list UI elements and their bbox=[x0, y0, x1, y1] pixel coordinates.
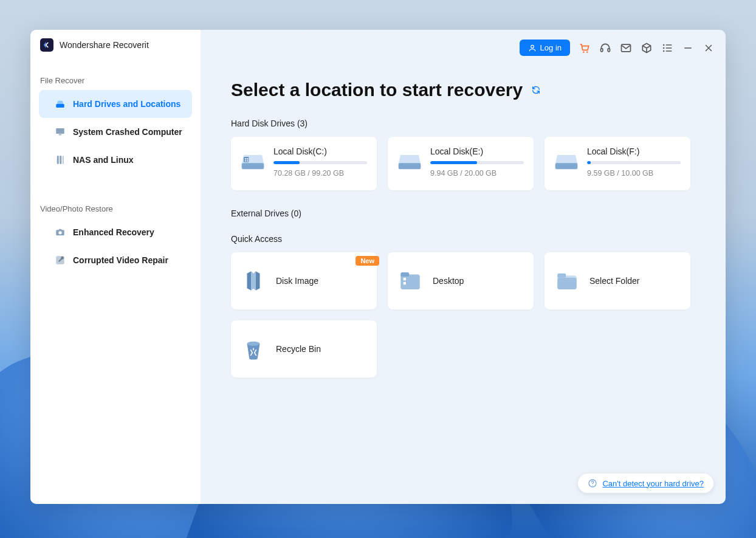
sidebar-item-label: Enhanced Recovery bbox=[73, 227, 154, 237]
quick-access-label: Desktop bbox=[433, 276, 464, 286]
monitor-icon bbox=[55, 126, 66, 137]
drive-icon bbox=[397, 151, 422, 171]
app-logo-icon bbox=[40, 38, 53, 52]
svg-point-12 bbox=[586, 51, 588, 53]
drive-card-f[interactable]: Local Disk(F:) 9.59 GB / 10.00 GB bbox=[545, 137, 690, 190]
quick-access-label: Quick Access bbox=[231, 234, 695, 244]
svg-rect-5 bbox=[63, 156, 64, 164]
sidebar-category-video-restore: Video/Photo Restore bbox=[30, 198, 201, 218]
sidebar-item-system-crashed[interactable]: System Crashed Computer bbox=[39, 118, 192, 146]
quick-access-grid: New Disk Image Desktop Select Folder bbox=[231, 252, 695, 378]
drive-usage-bar bbox=[273, 161, 367, 164]
mail-icon[interactable] bbox=[620, 42, 632, 54]
sidebar-item-hard-drives[interactable]: Hard Drives and Locations bbox=[39, 90, 192, 118]
server-icon bbox=[55, 154, 66, 165]
main-panel: Log in Select a bbox=[201, 30, 726, 504]
drive-card-c[interactable]: Local Disk(C:) 70.28 GB / 99.20 GB bbox=[231, 137, 377, 190]
hdd-section-label: Hard Disk Drives (3) bbox=[231, 119, 695, 128]
new-badge: New bbox=[356, 256, 379, 266]
help-link-text[interactable]: Can't detect your hard drive? bbox=[602, 479, 704, 488]
svg-rect-19 bbox=[242, 163, 264, 169]
help-icon bbox=[588, 478, 597, 488]
svg-rect-2 bbox=[59, 134, 62, 136]
drive-name: Local Disk(E:) bbox=[430, 147, 524, 156]
cart-icon[interactable] bbox=[579, 42, 591, 54]
menu-list-icon[interactable] bbox=[661, 42, 673, 54]
svg-rect-23 bbox=[245, 160, 247, 162]
svg-rect-22 bbox=[247, 158, 249, 160]
drive-name: Local Disk(F:) bbox=[587, 147, 681, 156]
svg-point-18 bbox=[663, 50, 665, 52]
sidebar-item-enhanced-recovery[interactable]: Enhanced Recovery bbox=[39, 218, 192, 246]
external-section-label: External Drives (0) bbox=[231, 209, 695, 218]
svg-rect-28 bbox=[400, 272, 409, 277]
quick-access-select-folder[interactable]: Select Folder bbox=[545, 252, 690, 309]
drive-size: 70.28 GB / 99.20 GB bbox=[273, 169, 367, 178]
drive-name: Local Disk(C:) bbox=[273, 147, 367, 156]
svg-rect-27 bbox=[400, 275, 420, 290]
svg-point-34 bbox=[247, 342, 260, 346]
svg-point-11 bbox=[583, 51, 585, 53]
desktop-folder-icon bbox=[397, 268, 423, 294]
svg-rect-21 bbox=[245, 158, 247, 160]
svg-rect-30 bbox=[404, 282, 406, 285]
quick-access-label: Disk Image bbox=[276, 276, 318, 286]
svg-rect-25 bbox=[399, 163, 421, 169]
svg-rect-13 bbox=[601, 48, 603, 51]
user-icon bbox=[528, 44, 537, 52]
drive-usage-bar bbox=[430, 161, 524, 164]
minimize-icon[interactable] bbox=[682, 42, 694, 54]
svg-rect-33 bbox=[557, 278, 577, 289]
login-label: Log in bbox=[540, 43, 562, 52]
camera-icon bbox=[55, 227, 66, 238]
drive-card-e[interactable]: Local Disk(E:) 9.94 GB / 20.00 GB bbox=[388, 137, 534, 190]
svg-point-16 bbox=[663, 44, 665, 46]
svg-rect-0 bbox=[56, 104, 64, 108]
sidebar-item-label: System Crashed Computer bbox=[73, 127, 182, 137]
quick-access-label: Recycle Bin bbox=[276, 344, 321, 354]
sidebar-item-nas-linux[interactable]: NAS and Linux bbox=[39, 146, 192, 174]
app-logo-row: Wondershare Recoverit bbox=[30, 38, 201, 70]
svg-rect-8 bbox=[59, 229, 62, 230]
refresh-icon[interactable] bbox=[531, 85, 541, 95]
svg-rect-26 bbox=[555, 163, 578, 169]
titlebar: Log in bbox=[520, 40, 715, 56]
wrench-icon bbox=[55, 255, 66, 266]
drive-usage-bar bbox=[587, 161, 681, 164]
svg-rect-29 bbox=[404, 278, 406, 280]
sidebar-item-label: Corrupted Video Repair bbox=[73, 255, 168, 265]
quick-access-label: Select Folder bbox=[589, 276, 639, 286]
svg-rect-4 bbox=[60, 156, 61, 164]
drive-size: 9.94 GB / 20.00 GB bbox=[430, 169, 524, 178]
drive-icon bbox=[241, 151, 265, 171]
svg-rect-3 bbox=[57, 156, 59, 164]
drive-size: 9.59 GB / 10.00 GB bbox=[587, 169, 681, 178]
quick-access-disk-image[interactable]: New Disk Image bbox=[231, 252, 377, 309]
svg-point-7 bbox=[58, 231, 61, 234]
disk-image-icon bbox=[241, 268, 266, 294]
sidebar-item-label: NAS and Linux bbox=[73, 155, 134, 165]
sidebar-item-label: Hard Drives and Locations bbox=[73, 99, 180, 109]
sidebar: Wondershare Recoverit File Recover Hard … bbox=[30, 30, 201, 504]
cube-icon[interactable] bbox=[641, 42, 653, 54]
drive-icon bbox=[554, 151, 579, 171]
sidebar-item-video-repair[interactable]: Corrupted Video Repair bbox=[39, 246, 192, 274]
app-title: Wondershare Recoverit bbox=[60, 40, 149, 50]
page-title: Select a location to start recovery bbox=[231, 80, 523, 100]
folder-icon bbox=[554, 268, 580, 294]
app-window: Wondershare Recoverit File Recover Hard … bbox=[30, 30, 726, 504]
quick-access-recycle-bin[interactable]: Recycle Bin bbox=[231, 320, 377, 378]
headset-icon[interactable] bbox=[599, 42, 611, 54]
svg-point-17 bbox=[663, 47, 665, 49]
close-icon[interactable] bbox=[703, 42, 715, 54]
svg-rect-24 bbox=[247, 160, 249, 162]
svg-point-10 bbox=[531, 45, 534, 48]
hdd-card-row: Local Disk(C:) 70.28 GB / 99.20 GB Local… bbox=[231, 137, 695, 190]
svg-rect-14 bbox=[608, 48, 610, 51]
quick-access-desktop[interactable]: Desktop bbox=[388, 252, 534, 309]
help-link-pill[interactable]: Can't detect your hard drive? bbox=[578, 474, 713, 493]
login-button[interactable]: Log in bbox=[520, 40, 570, 56]
sidebar-category-file-recover: File Recover bbox=[30, 70, 201, 90]
hard-drive-icon bbox=[55, 98, 66, 109]
svg-point-36 bbox=[593, 485, 593, 486]
